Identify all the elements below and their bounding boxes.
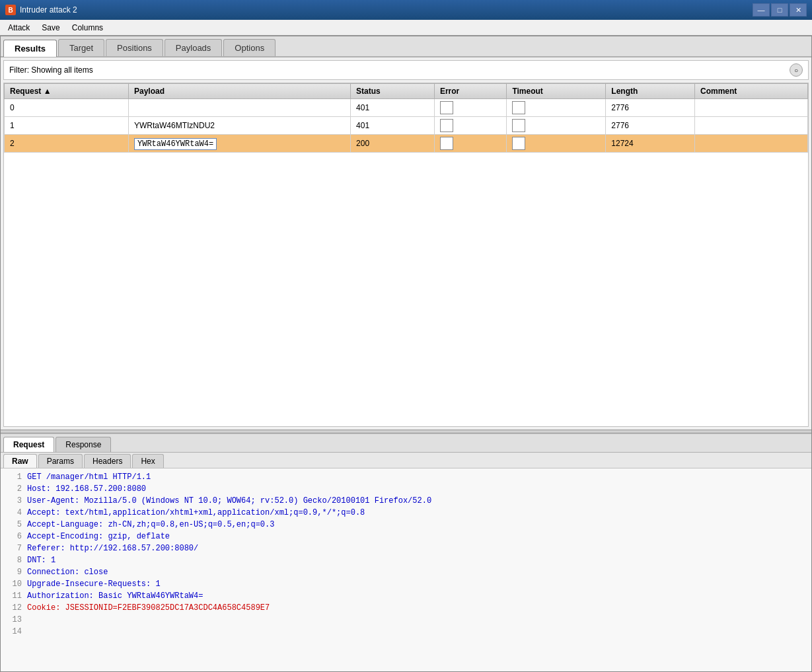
col-comment[interactable]: Comment — [695, 84, 808, 99]
cell-length-1: 2776 — [606, 117, 695, 135]
tab-target[interactable]: Target — [58, 39, 104, 56]
cell-status-0: 401 — [351, 99, 435, 117]
cell-length-0: 2776 — [606, 99, 695, 117]
minimize-button[interactable]: — — [753, 3, 770, 17]
filter-button[interactable]: ○ — [790, 63, 803, 77]
cell-request-2: 2 — [5, 135, 129, 153]
window-title: Intruder attack 2 — [20, 5, 77, 15]
maximize-button[interactable]: □ — [771, 3, 788, 17]
filter-label: Filter: — [9, 65, 29, 75]
results-table-section: Request ▲ Payload Status Error Timeout L… — [3, 83, 809, 427]
cell-status-2: 200 — [351, 135, 435, 153]
table-row[interactable]: 2 YWRtaW46YWRtaW4= 200 12724 — [5, 135, 808, 153]
cell-comment-0 — [695, 99, 808, 117]
filter-bar: Filter: Showing all items ○ — [3, 60, 809, 80]
menu-attack[interactable]: Attack — [3, 22, 35, 34]
inner-tab-params[interactable]: Params — [38, 454, 83, 468]
request-content: 1GET /manager/html HTTP/1.12Host: 192.16… — [1, 468, 811, 671]
results-table: Request ▲ Payload Status Error Timeout L… — [4, 83, 808, 153]
sub-tab-request[interactable]: Request — [3, 437, 54, 452]
col-request[interactable]: Request ▲ — [5, 84, 129, 99]
cell-payload-1: YWRtaW46MTIzNDU2 — [129, 117, 351, 135]
close-button[interactable]: ✕ — [790, 3, 807, 17]
table-row[interactable]: 1 YWRtaW46MTIzNDU2 401 2776 — [5, 117, 808, 135]
table-header-row: Request ▲ Payload Status Error Timeout L… — [5, 84, 808, 99]
col-length[interactable]: Length — [606, 84, 695, 99]
app-icon: B — [5, 5, 16, 15]
cell-length-2: 12724 — [606, 135, 695, 153]
cell-request-1: 1 — [5, 117, 129, 135]
inner-tab-raw[interactable]: Raw — [3, 454, 37, 468]
cell-payload-0 — [129, 99, 351, 117]
cell-error-0 — [434, 99, 507, 117]
cell-error-2 — [434, 135, 507, 153]
bottom-section: Request Response Raw Params Headers Hex … — [1, 433, 811, 671]
filter-value: Showing all items — [31, 65, 790, 75]
cell-request-0: 0 — [5, 99, 129, 117]
tab-results[interactable]: Results — [3, 40, 57, 57]
tab-options[interactable]: Options — [223, 39, 276, 56]
cell-payload-2: YWRtaW46YWRtaW4= — [129, 135, 351, 153]
menu-save[interactable]: Save — [36, 22, 65, 34]
menu-columns[interactable]: Columns — [67, 22, 108, 34]
sub-tab-response[interactable]: Response — [55, 437, 111, 452]
cell-timeout-1 — [507, 117, 606, 135]
col-payload[interactable]: Payload — [129, 84, 351, 99]
sub-tab-bar: Request Response — [1, 434, 811, 453]
inner-tab-headers[interactable]: Headers — [84, 454, 131, 468]
cell-status-1: 401 — [351, 117, 435, 135]
title-bar-left: B Intruder attack 2 — [5, 5, 77, 15]
cell-timeout-2 — [507, 135, 606, 153]
col-timeout[interactable]: Timeout — [507, 84, 606, 99]
inner-tab-hex[interactable]: Hex — [132, 454, 163, 468]
main-tab-bar: Results Target Positions Payloads Option… — [1, 36, 811, 57]
cell-timeout-0 — [507, 99, 606, 117]
col-status[interactable]: Status — [351, 84, 435, 99]
cell-comment-1 — [695, 117, 808, 135]
col-error[interactable]: Error — [434, 84, 507, 99]
cell-error-1 — [434, 117, 507, 135]
inner-tab-bar: Raw Params Headers Hex — [1, 453, 811, 468]
table-row[interactable]: 0 401 2776 — [5, 99, 808, 117]
main-window: Results Target Positions Payloads Option… — [0, 36, 812, 672]
title-bar: B Intruder attack 2 — □ ✕ — [0, 0, 812, 20]
cell-comment-2 — [695, 135, 808, 153]
window-controls: — □ ✕ — [753, 3, 807, 17]
menu-bar: Attack Save Columns — [0, 20, 812, 36]
tab-payloads[interactable]: Payloads — [165, 39, 222, 56]
tab-positions[interactable]: Positions — [106, 39, 163, 56]
